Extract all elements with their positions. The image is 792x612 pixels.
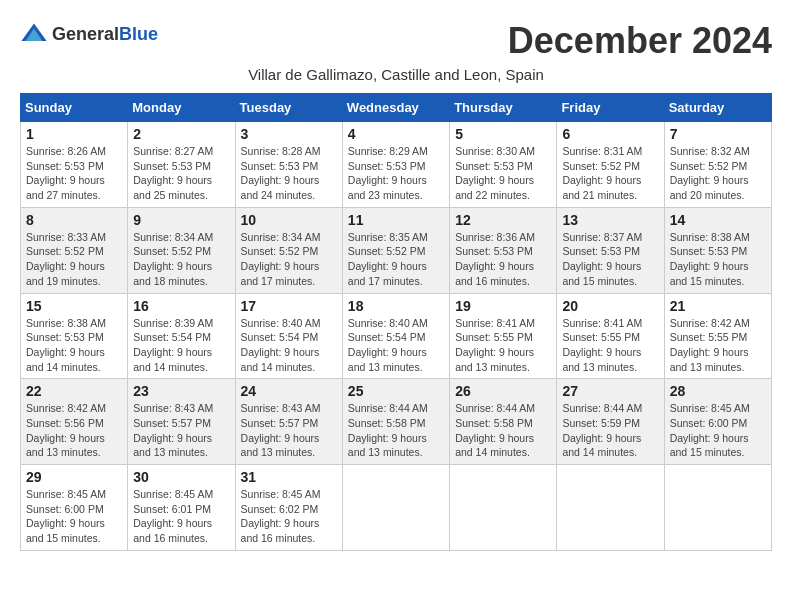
weekday-header-monday: Monday xyxy=(128,94,235,122)
subtitle: Villar de Gallimazo, Castille and Leon, … xyxy=(20,66,772,83)
weekday-header-tuesday: Tuesday xyxy=(235,94,342,122)
calendar-cell xyxy=(664,465,771,551)
day-detail: Sunrise: 8:43 AMSunset: 5:57 PMDaylight:… xyxy=(241,402,321,458)
calendar-cell: 24 Sunrise: 8:43 AMSunset: 5:57 PMDaylig… xyxy=(235,379,342,465)
day-detail: Sunrise: 8:45 AMSunset: 6:01 PMDaylight:… xyxy=(133,488,213,544)
day-detail: Sunrise: 8:26 AMSunset: 5:53 PMDaylight:… xyxy=(26,145,106,201)
calendar-cell: 11 Sunrise: 8:35 AMSunset: 5:52 PMDaylig… xyxy=(342,207,449,293)
calendar-cell: 15 Sunrise: 8:38 AMSunset: 5:53 PMDaylig… xyxy=(21,293,128,379)
calendar-cell: 20 Sunrise: 8:41 AMSunset: 5:55 PMDaylig… xyxy=(557,293,664,379)
day-number: 17 xyxy=(241,298,337,314)
header: GeneralBlue December 2024 xyxy=(20,20,772,62)
day-detail: Sunrise: 8:31 AMSunset: 5:52 PMDaylight:… xyxy=(562,145,642,201)
day-number: 4 xyxy=(348,126,444,142)
day-detail: Sunrise: 8:41 AMSunset: 5:55 PMDaylight:… xyxy=(562,317,642,373)
logo-icon xyxy=(20,20,48,48)
day-detail: Sunrise: 8:27 AMSunset: 5:53 PMDaylight:… xyxy=(133,145,213,201)
calendar-cell: 28 Sunrise: 8:45 AMSunset: 6:00 PMDaylig… xyxy=(664,379,771,465)
calendar-cell: 29 Sunrise: 8:45 AMSunset: 6:00 PMDaylig… xyxy=(21,465,128,551)
day-number: 8 xyxy=(26,212,122,228)
day-number: 3 xyxy=(241,126,337,142)
day-number: 11 xyxy=(348,212,444,228)
day-number: 14 xyxy=(670,212,766,228)
calendar-cell: 13 Sunrise: 8:37 AMSunset: 5:53 PMDaylig… xyxy=(557,207,664,293)
day-number: 18 xyxy=(348,298,444,314)
day-number: 31 xyxy=(241,469,337,485)
day-number: 30 xyxy=(133,469,229,485)
day-detail: Sunrise: 8:45 AMSunset: 6:00 PMDaylight:… xyxy=(26,488,106,544)
weekday-header-row: SundayMondayTuesdayWednesdayThursdayFrid… xyxy=(21,94,772,122)
calendar-week-4: 22 Sunrise: 8:42 AMSunset: 5:56 PMDaylig… xyxy=(21,379,772,465)
calendar-cell xyxy=(450,465,557,551)
day-detail: Sunrise: 8:39 AMSunset: 5:54 PMDaylight:… xyxy=(133,317,213,373)
day-number: 9 xyxy=(133,212,229,228)
calendar-cell: 30 Sunrise: 8:45 AMSunset: 6:01 PMDaylig… xyxy=(128,465,235,551)
calendar-cell: 31 Sunrise: 8:45 AMSunset: 6:02 PMDaylig… xyxy=(235,465,342,551)
day-detail: Sunrise: 8:40 AMSunset: 5:54 PMDaylight:… xyxy=(241,317,321,373)
day-detail: Sunrise: 8:44 AMSunset: 5:58 PMDaylight:… xyxy=(348,402,428,458)
day-number: 1 xyxy=(26,126,122,142)
calendar-week-2: 8 Sunrise: 8:33 AMSunset: 5:52 PMDayligh… xyxy=(21,207,772,293)
calendar-cell: 6 Sunrise: 8:31 AMSunset: 5:52 PMDayligh… xyxy=(557,122,664,208)
logo-text: GeneralBlue xyxy=(52,24,158,45)
calendar-cell: 10 Sunrise: 8:34 AMSunset: 5:52 PMDaylig… xyxy=(235,207,342,293)
calendar-cell: 7 Sunrise: 8:32 AMSunset: 5:52 PMDayligh… xyxy=(664,122,771,208)
day-detail: Sunrise: 8:43 AMSunset: 5:57 PMDaylight:… xyxy=(133,402,213,458)
calendar-cell: 25 Sunrise: 8:44 AMSunset: 5:58 PMDaylig… xyxy=(342,379,449,465)
calendar-cell: 21 Sunrise: 8:42 AMSunset: 5:55 PMDaylig… xyxy=(664,293,771,379)
calendar-cell: 17 Sunrise: 8:40 AMSunset: 5:54 PMDaylig… xyxy=(235,293,342,379)
calendar-cell: 3 Sunrise: 8:28 AMSunset: 5:53 PMDayligh… xyxy=(235,122,342,208)
day-number: 24 xyxy=(241,383,337,399)
day-number: 25 xyxy=(348,383,444,399)
day-detail: Sunrise: 8:38 AMSunset: 5:53 PMDaylight:… xyxy=(26,317,106,373)
calendar-cell xyxy=(557,465,664,551)
calendar-cell xyxy=(342,465,449,551)
weekday-header-sunday: Sunday xyxy=(21,94,128,122)
day-number: 23 xyxy=(133,383,229,399)
day-detail: Sunrise: 8:33 AMSunset: 5:52 PMDaylight:… xyxy=(26,231,106,287)
day-number: 5 xyxy=(455,126,551,142)
weekday-header-thursday: Thursday xyxy=(450,94,557,122)
day-number: 6 xyxy=(562,126,658,142)
day-detail: Sunrise: 8:30 AMSunset: 5:53 PMDaylight:… xyxy=(455,145,535,201)
weekday-header-wednesday: Wednesday xyxy=(342,94,449,122)
day-number: 29 xyxy=(26,469,122,485)
calendar-week-3: 15 Sunrise: 8:38 AMSunset: 5:53 PMDaylig… xyxy=(21,293,772,379)
calendar-cell: 19 Sunrise: 8:41 AMSunset: 5:55 PMDaylig… xyxy=(450,293,557,379)
day-number: 20 xyxy=(562,298,658,314)
day-number: 13 xyxy=(562,212,658,228)
day-number: 16 xyxy=(133,298,229,314)
day-detail: Sunrise: 8:45 AMSunset: 6:02 PMDaylight:… xyxy=(241,488,321,544)
calendar-cell: 23 Sunrise: 8:43 AMSunset: 5:57 PMDaylig… xyxy=(128,379,235,465)
day-number: 21 xyxy=(670,298,766,314)
calendar-cell: 8 Sunrise: 8:33 AMSunset: 5:52 PMDayligh… xyxy=(21,207,128,293)
day-detail: Sunrise: 8:29 AMSunset: 5:53 PMDaylight:… xyxy=(348,145,428,201)
day-number: 27 xyxy=(562,383,658,399)
calendar-cell: 1 Sunrise: 8:26 AMSunset: 5:53 PMDayligh… xyxy=(21,122,128,208)
calendar-cell: 2 Sunrise: 8:27 AMSunset: 5:53 PMDayligh… xyxy=(128,122,235,208)
calendar-week-1: 1 Sunrise: 8:26 AMSunset: 5:53 PMDayligh… xyxy=(21,122,772,208)
day-detail: Sunrise: 8:45 AMSunset: 6:00 PMDaylight:… xyxy=(670,402,750,458)
month-title: December 2024 xyxy=(508,20,772,62)
day-number: 26 xyxy=(455,383,551,399)
calendar-cell: 9 Sunrise: 8:34 AMSunset: 5:52 PMDayligh… xyxy=(128,207,235,293)
day-number: 7 xyxy=(670,126,766,142)
calendar-cell: 16 Sunrise: 8:39 AMSunset: 5:54 PMDaylig… xyxy=(128,293,235,379)
day-detail: Sunrise: 8:41 AMSunset: 5:55 PMDaylight:… xyxy=(455,317,535,373)
calendar-cell: 18 Sunrise: 8:40 AMSunset: 5:54 PMDaylig… xyxy=(342,293,449,379)
day-detail: Sunrise: 8:38 AMSunset: 5:53 PMDaylight:… xyxy=(670,231,750,287)
day-detail: Sunrise: 8:42 AMSunset: 5:55 PMDaylight:… xyxy=(670,317,750,373)
calendar-cell: 27 Sunrise: 8:44 AMSunset: 5:59 PMDaylig… xyxy=(557,379,664,465)
day-detail: Sunrise: 8:40 AMSunset: 5:54 PMDaylight:… xyxy=(348,317,428,373)
day-detail: Sunrise: 8:34 AMSunset: 5:52 PMDaylight:… xyxy=(133,231,213,287)
logo-general: General xyxy=(52,24,119,44)
day-detail: Sunrise: 8:28 AMSunset: 5:53 PMDaylight:… xyxy=(241,145,321,201)
calendar-cell: 4 Sunrise: 8:29 AMSunset: 5:53 PMDayligh… xyxy=(342,122,449,208)
day-detail: Sunrise: 8:44 AMSunset: 5:58 PMDaylight:… xyxy=(455,402,535,458)
day-number: 22 xyxy=(26,383,122,399)
calendar-table: SundayMondayTuesdayWednesdayThursdayFrid… xyxy=(20,93,772,551)
day-detail: Sunrise: 8:34 AMSunset: 5:52 PMDaylight:… xyxy=(241,231,321,287)
day-detail: Sunrise: 8:35 AMSunset: 5:52 PMDaylight:… xyxy=(348,231,428,287)
weekday-header-friday: Friday xyxy=(557,94,664,122)
calendar-cell: 22 Sunrise: 8:42 AMSunset: 5:56 PMDaylig… xyxy=(21,379,128,465)
